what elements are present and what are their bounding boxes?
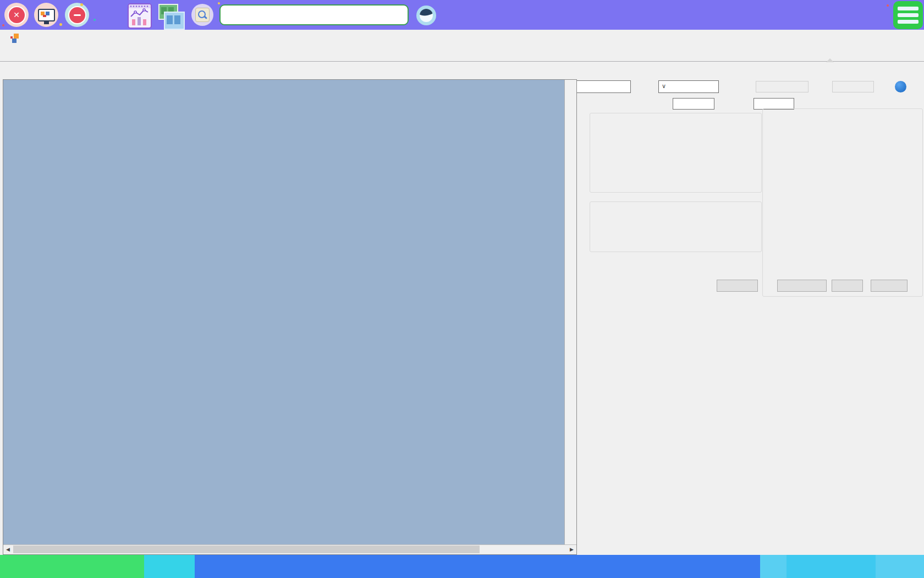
window-maximize-button[interactable] <box>879 31 892 45</box>
minimize-icon <box>68 6 86 24</box>
page-search-input[interactable] <box>219 4 409 25</box>
clear-page-button[interactable] <box>777 280 827 292</box>
monitor-sticker-button[interactable] <box>34 3 58 27</box>
hamburger-bar <box>898 7 919 10</box>
horizontal-scrollbar[interactable]: ◀ ▶ <box>3 544 576 554</box>
save-button[interactable] <box>832 280 863 292</box>
serial-input[interactable] <box>754 98 794 110</box>
magnifier-icon[interactable] <box>191 4 213 26</box>
window-titlebar <box>0 30 924 46</box>
user-field <box>756 81 809 92</box>
phonebook-button[interactable] <box>787 555 876 578</box>
confetti-dot <box>80 3 83 6</box>
active-tab-notch <box>826 58 834 62</box>
confetti-dot <box>94 19 96 21</box>
kit-name-input[interactable] <box>574 80 631 93</box>
status-bar <box>0 555 924 578</box>
chart-icon[interactable] <box>128 3 152 29</box>
expiry-input[interactable] <box>673 98 714 110</box>
chevron-down-icon: ∨ <box>662 83 666 90</box>
toolbar: ✕ <box>0 0 924 30</box>
hamburger-menu-button[interactable] <box>893 1 923 29</box>
date-field <box>832 81 874 92</box>
status-date <box>144 555 195 578</box>
window-close-button[interactable] <box>905 31 919 45</box>
confetti-dot <box>59 23 62 26</box>
lab-name-button[interactable] <box>0 555 144 578</box>
scrollbar-thumb[interactable] <box>13 546 480 553</box>
window-tile-blue <box>164 12 185 30</box>
windows-icon[interactable] <box>157 3 184 28</box>
magnifier-glyph <box>195 8 210 22</box>
results-table: ◀ ▶ <box>3 79 577 555</box>
close-sticker-button[interactable]: ✕ <box>4 3 29 27</box>
minimize-sticker-button[interactable] <box>65 3 89 27</box>
delete-button[interactable] <box>717 280 758 292</box>
hamburger-bar <box>898 13 919 17</box>
scroll-right-arrow-icon[interactable]: ▶ <box>567 545 576 554</box>
app-logo-icon <box>10 34 20 43</box>
monitor-icon <box>38 9 55 21</box>
confetti-dot <box>2 24 4 26</box>
scroll-left-arrow-icon[interactable]: ◀ <box>3 545 13 554</box>
repeatability-groupbox <box>590 113 762 193</box>
help-icon[interactable] <box>895 81 906 92</box>
calculate-button[interactable] <box>871 280 908 292</box>
accuracy-values-grid <box>803 127 913 228</box>
device-select[interactable]: ∨ <box>658 80 719 93</box>
hamburger-bar <box>898 20 919 24</box>
row-header-strip <box>564 80 576 545</box>
confetti-dot <box>218 2 220 4</box>
eye-sticker-button[interactable] <box>416 6 436 25</box>
window-minimize-button[interactable] <box>853 31 866 45</box>
close-icon: ✕ <box>8 6 26 24</box>
confetti-dot <box>887 4 889 7</box>
drift-groupbox <box>590 201 762 252</box>
status-user <box>876 555 922 578</box>
chart-glyph <box>129 4 151 28</box>
eye-icon <box>420 9 433 22</box>
tab-strip <box>0 46 924 62</box>
support-info <box>207 555 355 578</box>
